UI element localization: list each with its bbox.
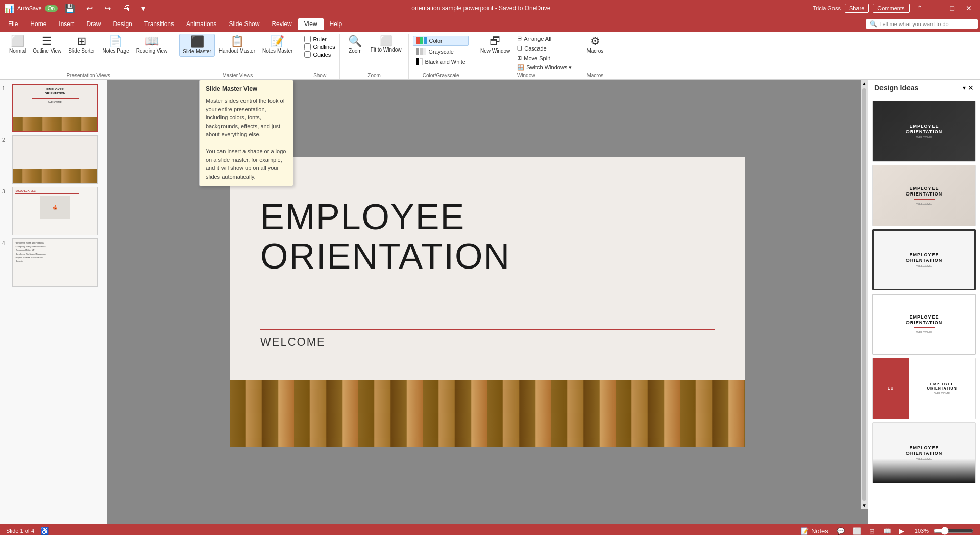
- slide3-content: PAKODECK, LLC 🎪: [13, 187, 97, 223]
- slide-img-3[interactable]: PAKODECK, LLC 🎪: [12, 187, 98, 235]
- design-idea-3[interactable]: EMPLOYEEORIENTATION WELCOME: [872, 229, 976, 290]
- slide-canvas[interactable]: EMPLOYEE ORIENTATION WELCOME: [230, 157, 745, 447]
- slide-thumb-4[interactable]: 4 • Employee Roles and Positions • Compa…: [2, 238, 105, 287]
- design-panel-close-btn[interactable]: ✕: [968, 84, 974, 92]
- slide-thumb-3[interactable]: 3 PAKODECK, LLC 🎪: [2, 187, 105, 235]
- reading-view-btn[interactable]: 📖 Reading View: [133, 34, 171, 56]
- slide-thumb-1[interactable]: 1 EMPLOYEEORIENTATION WELCOME: [2, 84, 105, 132]
- qs-extra-btn[interactable]: ▾: [138, 3, 149, 14]
- design-panel-header: Design Ideas ▾ ✕: [868, 80, 980, 96]
- minimize-btn[interactable]: —: [930, 3, 943, 13]
- slideshow-status-btn[interactable]: ▶: [897, 526, 906, 536]
- new-window-btn[interactable]: 🗗 New Window: [477, 34, 513, 72]
- autosave-toggle[interactable]: On: [45, 5, 58, 12]
- notes-btn[interactable]: 📝 Notes: [799, 526, 830, 536]
- guides-label: Guides: [313, 52, 331, 58]
- move-split-btn[interactable]: ⊞ Move Split: [514, 53, 575, 63]
- slide-master-btn[interactable]: ⬛ Slide Master: [179, 34, 215, 57]
- handout-master-btn[interactable]: 📋 Handout Master: [216, 34, 258, 56]
- ribbon-group-presentation-views: ⬜ Normal ☰ Outline View ⊞ Slide Sorter 📄…: [2, 34, 175, 79]
- slide-sorter-btn[interactable]: ⊞ Slide Sorter: [65, 34, 98, 56]
- slide-bottom-floor: [230, 380, 745, 447]
- reading-view-icon: 📖: [145, 36, 159, 47]
- tab-home[interactable]: Home: [24, 18, 53, 30]
- switch-windows-btn[interactable]: 🪟 Switch Windows ▾: [514, 63, 575, 72]
- zoom-btn[interactable]: 🔍 Zoom: [344, 34, 366, 56]
- design-idea-6[interactable]: EMPLOYEEORIENTATION WELCOME: [872, 422, 976, 483]
- cascade-btn[interactable]: ❏ Cascade: [514, 43, 575, 53]
- ribbon-group-show: Ruler Gridlines Guides Show: [300, 34, 339, 79]
- slide-thumb-2[interactable]: 2: [2, 135, 105, 184]
- design-idea-4-redbar: [914, 327, 935, 328]
- comments-view-btn[interactable]: 💬: [835, 526, 847, 536]
- design-idea-2[interactable]: EMPLOYEEORIENTATION WELCOME: [872, 165, 976, 226]
- scroll-up-btn[interactable]: ▲: [861, 80, 868, 87]
- qs-redo-btn[interactable]: ↪: [101, 3, 114, 14]
- ruler-check-label[interactable]: Ruler: [304, 36, 335, 42]
- tab-animations[interactable]: Animations: [180, 18, 223, 30]
- presentation-views-buttons: ⬜ Normal ☰ Outline View ⊞ Slide Sorter 📄…: [6, 34, 170, 72]
- zoom-slider[interactable]: [933, 527, 974, 535]
- bw-btn[interactable]: Black and White: [413, 57, 468, 66]
- normal-status-btn[interactable]: ⬜: [851, 526, 863, 536]
- scroll-down-btn[interactable]: ▼: [861, 502, 868, 509]
- tab-view[interactable]: View: [298, 18, 324, 30]
- close-btn[interactable]: ✕: [962, 3, 976, 13]
- gridlines-check-label[interactable]: Gridlines: [304, 43, 335, 50]
- slide-img-4[interactable]: • Employee Roles and Positions • Company…: [12, 238, 98, 287]
- switch-windows-label: Switch Windows ▾: [526, 64, 572, 71]
- search-input[interactable]: [879, 21, 971, 27]
- color-btn[interactable]: Color: [413, 36, 468, 46]
- vertical-scrollbar[interactable]: ▲ ▼: [861, 80, 868, 509]
- window-small-btns: ⊟ Arrange All ❏ Cascade ⊞ Move Split 🪟 S…: [514, 34, 575, 72]
- ruler-checkbox[interactable]: [304, 36, 311, 42]
- slide1-subtitle: WELCOME: [16, 101, 94, 104]
- tab-file[interactable]: File: [2, 18, 24, 30]
- arrange-all-btn[interactable]: ⊟ Arrange All: [514, 34, 575, 43]
- design-panel-dropdown-btn[interactable]: ▾: [963, 84, 966, 91]
- qs-print-btn[interactable]: 🖨: [119, 3, 133, 14]
- tab-review[interactable]: Review: [265, 18, 298, 30]
- grayscale-btn[interactable]: Grayscale: [413, 47, 468, 56]
- share-btn[interactable]: Share: [845, 4, 869, 13]
- maximize-btn[interactable]: □: [947, 3, 958, 13]
- tab-slideshow[interactable]: Slide Show: [223, 18, 265, 30]
- tab-draw[interactable]: Draw: [80, 18, 107, 30]
- fit-window-btn[interactable]: ⬜ Fit to Window: [368, 34, 405, 55]
- scroll-thumb[interactable]: [862, 88, 866, 501]
- qs-save-btn[interactable]: 💾: [62, 3, 78, 14]
- comments-btn[interactable]: Comments: [873, 4, 909, 13]
- guides-checkbox[interactable]: [304, 51, 311, 58]
- title-bar-left: 📊 AutoSave On 💾 ↩ ↪ 🖨 ▾: [4, 3, 150, 14]
- sorter-status-btn[interactable]: ⊞: [867, 526, 877, 536]
- design-idea-6-sub: WELCOME: [916, 457, 932, 460]
- status-right: 📝 Notes 💬 ⬜ ⊞ 📖 ▶ 103%: [799, 526, 974, 536]
- tab-transitions[interactable]: Transitions: [138, 18, 180, 30]
- notes-master-btn[interactable]: 📝 Notes Master: [259, 34, 296, 56]
- slide-master-label: Slide Master: [183, 48, 211, 54]
- outline-view-btn[interactable]: ☰ Outline View: [30, 34, 64, 56]
- gridlines-checkbox[interactable]: [304, 43, 311, 50]
- macros-label-group: Macros: [583, 72, 606, 79]
- ribbon-options-btn[interactable]: ⌃: [914, 3, 926, 13]
- slide-num-1: 1: [2, 84, 9, 91]
- tab-help[interactable]: Help: [324, 18, 349, 30]
- tab-search[interactable]: 🔍: [866, 19, 978, 29]
- macros-btn[interactable]: ⚙ Macros: [583, 34, 606, 56]
- reading-status-btn[interactable]: 📖: [881, 526, 893, 536]
- tab-insert[interactable]: Insert: [53, 18, 80, 30]
- tab-design[interactable]: Design: [107, 18, 138, 30]
- qs-undo-btn[interactable]: ↩: [83, 3, 96, 14]
- design-idea-1[interactable]: EMPLOYEEORIENTATION WELCOME: [872, 101, 976, 162]
- notes-page-btn[interactable]: 📄 Notes Page: [99, 34, 132, 56]
- slide-img-2[interactable]: [12, 135, 98, 184]
- slide-img-1[interactable]: EMPLOYEEORIENTATION WELCOME: [12, 84, 98, 132]
- normal-view-btn[interactable]: ⬜ Normal: [6, 34, 29, 56]
- new-window-label: New Window: [480, 48, 510, 54]
- cascade-icon: ❏: [517, 45, 522, 52]
- design-idea-1-sub: WELCOME: [916, 136, 932, 139]
- color-swatch-group: [416, 37, 427, 44]
- design-idea-5[interactable]: EO EMPLOYEEORIENTATION WELCOME: [872, 358, 976, 419]
- design-idea-4[interactable]: EMPLOYEEORIENTATION WELCOME: [872, 294, 976, 355]
- guides-check-label[interactable]: Guides: [304, 51, 335, 58]
